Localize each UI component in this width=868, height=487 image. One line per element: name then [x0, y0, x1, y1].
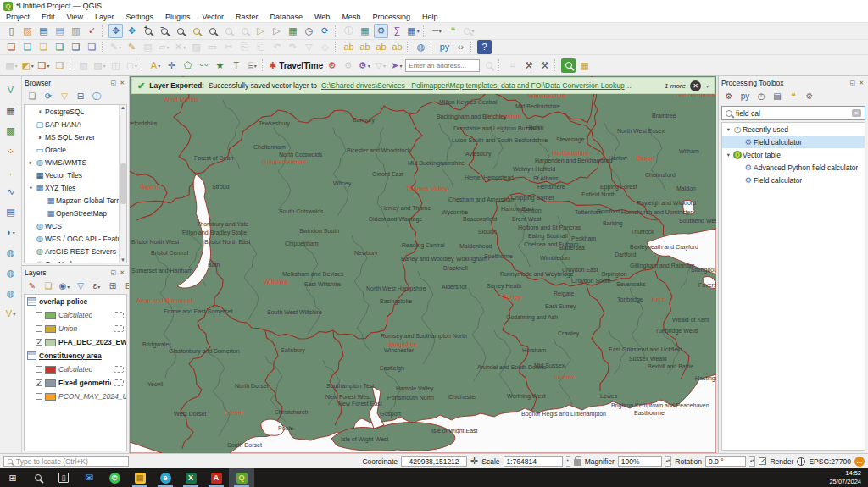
menu-project[interactable]: Project	[0, 12, 36, 22]
label-tool-1[interactable]: ab	[342, 40, 356, 54]
current-edits[interactable]: ✎▾	[108, 40, 123, 54]
add-raster-layer[interactable]: ❏	[36, 40, 51, 54]
zoom-last[interactable]	[221, 24, 236, 38]
add-db-layer-shortcut[interactable]: ▤	[3, 205, 18, 219]
crs-badge[interactable]: EPSG:27700	[809, 457, 851, 466]
add-spatialite-shortcut[interactable]: ∿	[3, 185, 18, 199]
browser-item-postgresql[interactable]: ◖PostgreSQL	[25, 105, 126, 118]
add-oracle-shortcut[interactable]: ◗▾	[3, 225, 18, 240]
data-source-manager[interactable]: ❏	[4, 40, 19, 54]
raster-style-tool[interactable]: ▩▾	[4, 58, 19, 73]
redo[interactable]: ↷	[286, 40, 300, 54]
edge-browser[interactable]: e	[153, 468, 178, 487]
menu-database[interactable]: Database	[264, 12, 309, 22]
layer-visibility-checkbox[interactable]	[36, 325, 42, 332]
layer-item-pcon-may-2024-uk-bgc[interactable]: PCON_MAY_2024_UK_BGC	[25, 390, 126, 403]
new-project[interactable]: ▯	[4, 24, 19, 38]
processing-close-button[interactable]: ✕	[857, 80, 865, 86]
clear-search-icon[interactable]: ✕	[852, 109, 861, 117]
layers-add-group[interactable]: ❏	[42, 280, 54, 292]
svg-code-tool[interactable]: ‹›	[453, 40, 468, 54]
style-manager[interactable]: ✓	[85, 24, 99, 38]
layer-item-overlap-police[interactable]: overlap police	[25, 295, 126, 308]
measure[interactable]: ━▾	[430, 24, 444, 38]
help-contents[interactable]: ?	[477, 40, 492, 54]
memory-layer-indicator-icon[interactable]	[114, 312, 124, 318]
processing-item-recently-used[interactable]: ▾◷Recently used	[722, 123, 865, 136]
coordinate-input[interactable]: 429938,151212	[401, 456, 467, 467]
copy-features[interactable]: ⎘	[237, 40, 252, 54]
theme-tool-1[interactable]: ▧	[76, 58, 91, 73]
layer-visibility-checkbox[interactable]	[36, 393, 42, 400]
layers-manage-themes[interactable]: ◉▾	[58, 280, 70, 292]
browser-item-geonode[interactable]: ✳GeoNode	[25, 257, 126, 263]
osm-place-search[interactable]: ▾	[462, 24, 476, 38]
zoom-next[interactable]	[237, 24, 252, 38]
processing-float-button[interactable]: ◱	[849, 80, 858, 86]
add-wms-shortcut[interactable]: ◍	[3, 246, 18, 260]
save-layer-edits[interactable]: ▤	[141, 40, 155, 54]
browser-close-button[interactable]: ✕	[118, 80, 126, 86]
modify-attributes[interactable]: ▨	[189, 40, 203, 54]
remove-style[interactable]: ❏▾	[36, 58, 51, 73]
layer-visibility-checkbox[interactable]: ✓	[36, 339, 42, 346]
taskbar-clock[interactable]: 14:52 25/07/2024	[829, 469, 868, 486]
add-vector-shortcut[interactable]: V	[3, 83, 18, 97]
annotation-toolbar[interactable]: ⌸▾	[245, 58, 259, 73]
label-tool-3[interactable]: ab	[374, 40, 388, 54]
theme-tool-4[interactable]: ◻▾	[125, 58, 139, 73]
add-wcs-shortcut[interactable]: ◍	[3, 266, 18, 280]
memory-layer-indicator-icon[interactable]	[114, 366, 124, 373]
menu-web[interactable]: Web	[309, 12, 336, 22]
add-delimited-shortcut[interactable]: ‚	[3, 164, 18, 179]
attribute-table[interactable]: ▦	[358, 24, 372, 38]
layer-item-fixed-geometries[interactable]: ✓Fixed geometries	[25, 376, 126, 390]
browser-refresh[interactable]: ⟳	[42, 91, 54, 102]
browser-add-favorite[interactable]: ❏	[26, 91, 38, 102]
cut-features[interactable]: ✂	[221, 40, 236, 54]
layer-labeling[interactable]: A▾	[148, 58, 163, 73]
menu-edit[interactable]: Edit	[36, 12, 61, 22]
theme-tool-3[interactable]: ◫	[108, 58, 123, 73]
excel-app[interactable]: X	[178, 468, 203, 487]
processing-item-vector-table[interactable]: ▾QVector table	[722, 148, 865, 161]
zoom-full[interactable]	[173, 24, 187, 38]
refresh-map[interactable]: ⟳	[318, 24, 332, 38]
rotation-input[interactable]: 0.0 °	[705, 456, 746, 467]
message-close-dropdown-icon[interactable]: ▾	[706, 83, 709, 89]
layer-item-calculated[interactable]: Calculated	[25, 308, 126, 322]
theme-tool-2[interactable]: ▨▾	[92, 58, 107, 73]
identify-features[interactable]: ⓘ	[342, 24, 356, 38]
processing-item-advanced-python-field-calculator[interactable]: ⚙Advanced Python field calculator	[722, 161, 865, 174]
browser-scrollbar[interactable]: ▲▼	[119, 105, 126, 263]
processing-search-input[interactable]	[736, 109, 849, 118]
traveltime-quick-map[interactable]: ⚙	[325, 58, 339, 73]
add-marker-annotation[interactable]: ★	[213, 58, 227, 73]
add-virtual-layer[interactable]: ❏	[85, 40, 99, 54]
add-raster-shortcut[interactable]: ▦	[3, 103, 18, 118]
menu-processing[interactable]: Processing	[366, 12, 416, 22]
layer-visibility-checkbox[interactable]	[36, 366, 42, 373]
add-text-annotation[interactable]: T	[229, 58, 243, 73]
rotation-spinner[interactable]: ▴▾	[749, 456, 756, 467]
whatsapp-app[interactable]: ✆	[102, 468, 127, 487]
zoom-in[interactable]: +	[141, 24, 155, 38]
magnifier-input[interactable]: 100%	[618, 456, 662, 467]
layers-collapse-all[interactable]: ⊟	[123, 280, 129, 292]
layer-visibility-checkbox[interactable]	[36, 312, 42, 318]
paste-features[interactable]: ⎗	[253, 40, 268, 54]
traveltime-disabled-tool[interactable]: ⚙	[341, 58, 355, 73]
browser-filter[interactable]: ▽	[58, 91, 70, 102]
browser-item-wms-wmts[interactable]: ▸◍WMS/WMTS	[25, 156, 126, 169]
messages-log-icon[interactable]: …	[854, 457, 865, 467]
browser-float-button[interactable]: ◱	[109, 80, 119, 86]
delete-selected[interactable]: ▭	[205, 40, 220, 54]
extents-toggle-icon[interactable]: ✛	[470, 456, 478, 467]
processing-item-field-calculator[interactable]: ⚙Field calculator	[722, 136, 865, 148]
zoom-out[interactable]: −	[157, 24, 171, 38]
hammer-tool-1[interactable]: ⚒	[521, 58, 536, 73]
mail-app[interactable]: ✉	[76, 468, 102, 487]
task-view[interactable]: ▯	[51, 468, 76, 487]
menu-plugins[interactable]: Plugins	[159, 12, 197, 22]
qgis-app[interactable]: Q	[229, 468, 254, 487]
